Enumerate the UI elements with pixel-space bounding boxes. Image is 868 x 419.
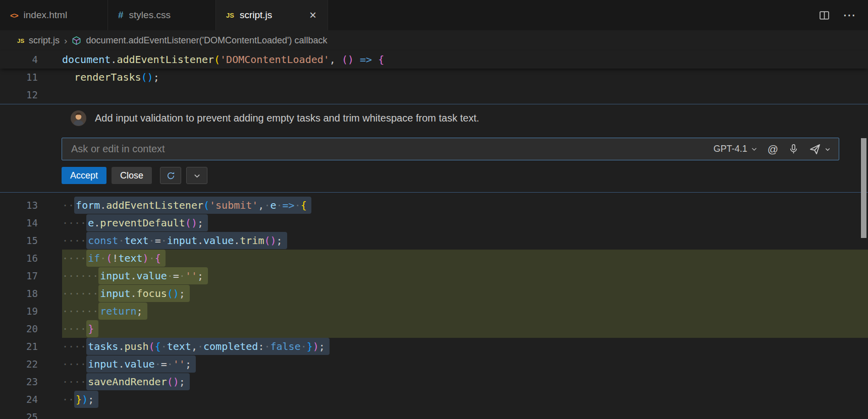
chat-input-actions: GPT-4.1 @ bbox=[714, 143, 831, 155]
send-options-button[interactable] bbox=[825, 146, 831, 152]
code-line-text[interactable]: ····saveAndRender(); bbox=[62, 373, 868, 391]
code-line-4[interactable]: 4document.addEventListener('DOMContentLo… bbox=[0, 51, 868, 69]
editor-actions: ⋯ bbox=[819, 0, 868, 30]
line-number: 16 bbox=[0, 250, 62, 267]
chevron-right-icon: › bbox=[64, 35, 67, 46]
split-editor-button[interactable] bbox=[819, 10, 830, 21]
code-line-text[interactable]: renderTasks(); bbox=[62, 69, 868, 86]
chat-message-row: Add input validation to prevent adding e… bbox=[0, 109, 868, 127]
line-number: 4 bbox=[0, 51, 62, 69]
tab-bar: <> index.html # styles.css JS script.js … bbox=[0, 0, 868, 30]
breadcrumb-symbol[interactable]: document.addEventListener('DOMContentLoa… bbox=[86, 35, 327, 46]
code-line-text[interactable] bbox=[62, 408, 868, 419]
vscode-window: <> index.html # styles.css JS script.js … bbox=[0, 0, 868, 419]
chevron-down-icon bbox=[751, 146, 757, 152]
html-file-icon: <> bbox=[10, 11, 18, 20]
code-line-16[interactable]: 16····if·(!text)·{ bbox=[0, 250, 868, 267]
split-editor-icon bbox=[819, 10, 830, 21]
tab-label: index.html bbox=[24, 10, 68, 21]
code-line-text[interactable]: ······input.focus(); bbox=[62, 285, 868, 303]
code-line-text[interactable]: ····const·text·=·input.value.trim(); bbox=[62, 232, 868, 250]
chat-input-box: GPT-4.1 @ bbox=[62, 138, 839, 160]
code-region-bottom: 13··form.addEventListener('submit',·e·=>… bbox=[0, 193, 868, 419]
code-line-23[interactable]: 23····saveAndRender(); bbox=[0, 373, 868, 391]
js-file-icon: JS bbox=[226, 12, 234, 19]
microphone-icon bbox=[788, 144, 799, 154]
inline-chat-widget: Add input validation to prevent adding e… bbox=[0, 104, 868, 193]
line-number: 20 bbox=[0, 320, 62, 338]
line-number: 18 bbox=[0, 285, 62, 303]
code-line-20[interactable]: 20····} bbox=[0, 320, 868, 338]
code-line-text[interactable]: ····e.preventDefault(); bbox=[62, 214, 868, 232]
code-line-text[interactable]: ····tasks.push({·text,·completed:·false·… bbox=[62, 338, 868, 355]
code-line-19[interactable]: 19······return; bbox=[0, 303, 868, 320]
chevron-down-icon bbox=[193, 172, 201, 179]
breadcrumb: JS script.js › document.addEventListener… bbox=[0, 30, 868, 51]
line-number: 12 bbox=[0, 86, 62, 104]
code-line-24[interactable]: 24··}); bbox=[0, 391, 868, 408]
line-number: 21 bbox=[0, 338, 62, 355]
line-number: 25 bbox=[0, 408, 62, 419]
code-line-text[interactable]: ··form.addEventListener('submit',·e·=>·{ bbox=[62, 197, 868, 214]
tab-script-js[interactable]: JS script.js × bbox=[216, 0, 328, 30]
line-number: 23 bbox=[0, 373, 62, 391]
tab-label: styles.css bbox=[129, 10, 171, 21]
send-button[interactable] bbox=[809, 143, 821, 155]
sticky-scroll: 4document.addEventListener('DOMContentLo… bbox=[0, 51, 868, 69]
accept-button[interactable]: Accept bbox=[62, 167, 106, 184]
model-label: GPT-4.1 bbox=[714, 144, 747, 154]
tab-styles-css[interactable]: # styles.css bbox=[108, 0, 216, 30]
send-button-group bbox=[809, 143, 831, 155]
code-line-14[interactable]: 14····e.preventDefault(); bbox=[0, 214, 868, 232]
chat-input[interactable] bbox=[70, 143, 707, 155]
tab-index-html[interactable]: <> index.html bbox=[0, 0, 108, 30]
line-number: 11 bbox=[0, 69, 62, 86]
code-line-11[interactable]: 11 renderTasks(); bbox=[0, 69, 868, 86]
js-file-icon: JS bbox=[17, 38, 24, 44]
code-line-18[interactable]: 18······input.focus(); bbox=[0, 285, 868, 303]
code-line-25[interactable]: 25 bbox=[0, 408, 868, 419]
model-picker[interactable]: GPT-4.1 bbox=[714, 144, 757, 154]
chevron-down-icon bbox=[825, 146, 831, 152]
editor-scrollbar-thumb[interactable] bbox=[861, 138, 866, 238]
user-avatar bbox=[71, 110, 86, 126]
symbol-cube-icon bbox=[72, 36, 81, 45]
code-line-text[interactable]: ······return; bbox=[62, 303, 868, 320]
code-line-13[interactable]: 13··form.addEventListener('submit',·e·=>… bbox=[0, 197, 868, 214]
line-number: 24 bbox=[0, 391, 62, 408]
line-number: 15 bbox=[0, 232, 62, 250]
rerun-request-button[interactable] bbox=[160, 167, 181, 184]
line-number: 22 bbox=[0, 355, 62, 373]
code-line-text[interactable]: document.addEventListener('DOMContentLoa… bbox=[62, 51, 868, 69]
microphone-button[interactable] bbox=[788, 144, 799, 154]
code-line-17[interactable]: 17······input.value·=·''; bbox=[0, 267, 868, 285]
code-line-21[interactable]: 21····tasks.push({·text,·completed:·fals… bbox=[0, 338, 868, 355]
send-icon bbox=[809, 143, 821, 155]
code-line-22[interactable]: 22····input.value·=·''; bbox=[0, 355, 868, 373]
code-line-text[interactable]: ····input.value·=·''; bbox=[62, 355, 868, 373]
toggle-changes-button[interactable] bbox=[186, 167, 207, 184]
code-line-12[interactable]: 12 bbox=[0, 86, 868, 104]
line-number: 17 bbox=[0, 267, 62, 285]
retry-circular-arrow-icon bbox=[167, 171, 175, 180]
code-region-top: 11 renderTasks();12 bbox=[0, 69, 868, 104]
code-line-text[interactable] bbox=[62, 86, 868, 104]
code-editor: 4document.addEventListener('DOMContentLo… bbox=[0, 51, 868, 419]
chat-user-message: Add input validation to prevent adding e… bbox=[95, 112, 479, 124]
close-tab-icon[interactable]: × bbox=[308, 9, 317, 21]
line-number: 19 bbox=[0, 303, 62, 320]
more-actions-button[interactable]: ⋯ bbox=[843, 9, 856, 22]
chat-action-buttons: Accept Close bbox=[62, 167, 868, 184]
line-number: 14 bbox=[0, 214, 62, 232]
code-line-text[interactable]: ····if·(!text)·{ bbox=[62, 250, 868, 267]
breadcrumb-file[interactable]: script.js bbox=[29, 35, 60, 46]
attach-context-button[interactable]: @ bbox=[768, 143, 778, 155]
code-line-text[interactable]: ··}); bbox=[62, 391, 868, 408]
tab-label: script.js bbox=[240, 10, 272, 21]
code-line-text[interactable]: ······input.value·=·''; bbox=[62, 267, 868, 285]
css-file-icon: # bbox=[118, 10, 124, 21]
code-line-15[interactable]: 15····const·text·=·input.value.trim(); bbox=[0, 232, 868, 250]
close-button[interactable]: Close bbox=[112, 167, 152, 184]
line-number: 13 bbox=[0, 197, 62, 214]
code-line-text[interactable]: ····} bbox=[62, 320, 868, 338]
